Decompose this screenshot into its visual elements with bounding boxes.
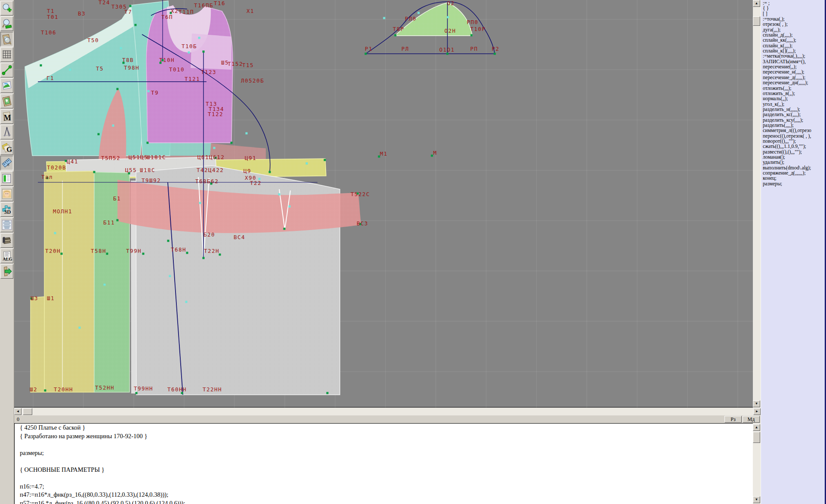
letter-g-icon[interactable]: G bbox=[0, 140, 13, 155]
point-marker-cyan[interactable] bbox=[112, 125, 114, 127]
command-item[interactable]: :=метка(точка(,),,,,); bbox=[763, 54, 826, 59]
command-item[interactable]: сплайн_кк(,,,,,); bbox=[763, 38, 826, 43]
point-marker-green[interactable] bbox=[147, 142, 149, 144]
point-marker-green[interactable] bbox=[203, 51, 205, 53]
view-piece-icon[interactable] bbox=[0, 32, 13, 46]
command-item[interactable]: отрезок( , ); bbox=[763, 22, 826, 27]
command-item[interactable]: := ; bbox=[763, 1, 826, 6]
point-marker-cyan[interactable] bbox=[383, 17, 385, 19]
point-marker-cyan[interactable] bbox=[306, 163, 308, 165]
point-marker-cyan[interactable] bbox=[213, 147, 216, 149]
point-marker-green[interactable] bbox=[44, 390, 46, 392]
point-marker-green[interactable] bbox=[471, 34, 473, 37]
point-marker-green[interactable] bbox=[395, 34, 397, 37]
table-icon[interactable] bbox=[0, 171, 13, 186]
command-item[interactable]: симметрия_л((),отрезо bbox=[763, 128, 826, 133]
command-item[interactable]: отложить_в(,,); bbox=[763, 91, 826, 96]
point-marker-green[interactable] bbox=[40, 65, 42, 67]
editor-scroll-down-icon[interactable]: ▼ bbox=[753, 496, 760, 503]
canvas-vscroll-thumb[interactable] bbox=[753, 16, 760, 26]
point-marker-green[interactable] bbox=[142, 253, 145, 255]
point-marker-green[interactable] bbox=[61, 253, 63, 255]
algorithm-editor[interactable]: { 4250 Платье с баской }{ Разработано на… bbox=[14, 423, 753, 504]
command-item[interactable]: { } bbox=[763, 6, 826, 11]
listing-icon[interactable] bbox=[0, 218, 13, 232]
pattern-canvas[interactable]: Т1Т01Т106Т50Т5Г1Т24Т305ВЗТ7Х2Т6ПТ11ПТ16П… bbox=[14, 0, 753, 408]
command-item[interactable]: сжать((),,,1.1,0.9,""); bbox=[763, 144, 826, 149]
segment-icon[interactable] bbox=[0, 63, 13, 77]
point-marker-green[interactable] bbox=[106, 253, 108, 255]
command-item[interactable]: [ ] bbox=[763, 12, 826, 17]
command-item[interactable]: перенос((),отрезок( , ), bbox=[763, 134, 826, 139]
pattern-piece-icon[interactable] bbox=[0, 94, 13, 108]
point-marker-cyan[interactable] bbox=[79, 327, 81, 329]
letter-m-icon[interactable]: M bbox=[0, 109, 13, 124]
command-item[interactable]: пересечение_н(,,,,); bbox=[763, 70, 826, 75]
zoom-sheet-icon[interactable] bbox=[0, 16, 13, 31]
command-item[interactable]: удалить(); bbox=[763, 160, 826, 165]
command-item[interactable]: :=точка(,); bbox=[763, 17, 826, 22]
point-marker-green[interactable] bbox=[136, 392, 138, 394]
books-icon[interactable] bbox=[0, 233, 13, 248]
command-item[interactable]: размеры; bbox=[763, 181, 826, 187]
point-marker-green[interactable] bbox=[135, 24, 137, 26]
command-item[interactable]: нормаль(,,); bbox=[763, 96, 826, 101]
point-marker-green[interactable] bbox=[431, 155, 433, 157]
grid-icon[interactable] bbox=[0, 47, 13, 62]
editor-vscroll[interactable]: ▲ ▼ bbox=[753, 423, 761, 504]
point-marker-cyan[interactable] bbox=[188, 52, 190, 54]
point-marker-green[interactable] bbox=[117, 219, 119, 221]
zoom-in-icon[interactable] bbox=[0, 1, 13, 15]
command-item[interactable]: разделить_н(,,,,,); bbox=[763, 107, 826, 112]
command-item[interactable]: сопряжение_д(,,,,,,); bbox=[763, 171, 826, 176]
point-marker-cyan[interactable] bbox=[199, 202, 201, 204]
point-marker-green[interactable] bbox=[203, 257, 205, 259]
point-marker-green[interactable] bbox=[324, 159, 326, 161]
command-item[interactable]: разделить(,,,,); bbox=[763, 123, 826, 128]
command-item[interactable]: пересечение(,,); bbox=[763, 65, 826, 70]
command-item[interactable]: ломаная(); bbox=[763, 155, 826, 160]
point-marker-cyan[interactable] bbox=[120, 47, 122, 49]
point-marker-cyan[interactable] bbox=[169, 275, 171, 277]
point-marker-cyan[interactable] bbox=[278, 194, 280, 196]
point-marker-green[interactable] bbox=[167, 240, 170, 242]
rz-button[interactable]: Рз bbox=[724, 416, 742, 423]
command-item[interactable]: сплайн_д(,,,,); bbox=[763, 33, 826, 38]
command-item[interactable]: выполнить(dmod\.alg); bbox=[763, 166, 826, 171]
command-item[interactable]: отложить(,,,); bbox=[763, 86, 826, 91]
scroll-down-icon[interactable]: ▼ bbox=[753, 400, 760, 407]
three-d-icon[interactable]: 3D bbox=[0, 202, 13, 217]
image-icon[interactable] bbox=[0, 78, 13, 93]
command-item[interactable]: разделить_ксу(,,,,); bbox=[763, 118, 826, 123]
point-marker-cyan[interactable] bbox=[198, 37, 200, 39]
command-item[interactable]: поворот((),,,""); bbox=[763, 139, 826, 144]
point-marker-cyan[interactable] bbox=[69, 69, 71, 71]
point-marker-green[interactable] bbox=[269, 171, 271, 173]
point-marker-cyan[interactable] bbox=[447, 16, 449, 18]
point-marker-cyan[interactable] bbox=[148, 90, 150, 92]
canvas-hscroll-thumb[interactable] bbox=[23, 408, 32, 415]
scroll-right-icon[interactable]: ► bbox=[753, 408, 761, 415]
point-marker-green[interactable] bbox=[231, 142, 233, 144]
canvas-hscroll[interactable]: ◄ ► bbox=[14, 408, 761, 415]
command-item[interactable]: угол_к(,,); bbox=[763, 102, 826, 107]
command-item[interactable]: дуга(,,,); bbox=[763, 28, 826, 33]
point-marker-green[interactable] bbox=[117, 88, 119, 90]
canvas-vscroll[interactable]: ▲ ▼ bbox=[753, 0, 761, 408]
point-marker-green[interactable] bbox=[494, 53, 496, 55]
exit-icon[interactable] bbox=[0, 264, 13, 279]
point-marker-green[interactable] bbox=[327, 392, 329, 394]
point-marker-green[interactable] bbox=[447, 53, 449, 55]
point-marker-green[interactable] bbox=[284, 228, 286, 230]
point-marker-green[interactable] bbox=[98, 133, 100, 135]
drafting-icon[interactable] bbox=[0, 125, 13, 139]
md-button[interactable]: Мд bbox=[743, 416, 760, 423]
command-item[interactable]: развести((),(),,,""); bbox=[763, 150, 826, 155]
editor-scroll-up-icon[interactable]: ▲ bbox=[753, 424, 760, 431]
point-marker-green[interactable] bbox=[365, 53, 367, 55]
editor-vscroll-thumb[interactable] bbox=[753, 432, 760, 443]
point-marker-cyan[interactable] bbox=[289, 206, 291, 208]
portrait-icon[interactable] bbox=[0, 187, 13, 201]
command-item[interactable]: сплайн_к[](,,,,); bbox=[763, 49, 826, 54]
point-marker-green[interactable] bbox=[186, 252, 188, 254]
